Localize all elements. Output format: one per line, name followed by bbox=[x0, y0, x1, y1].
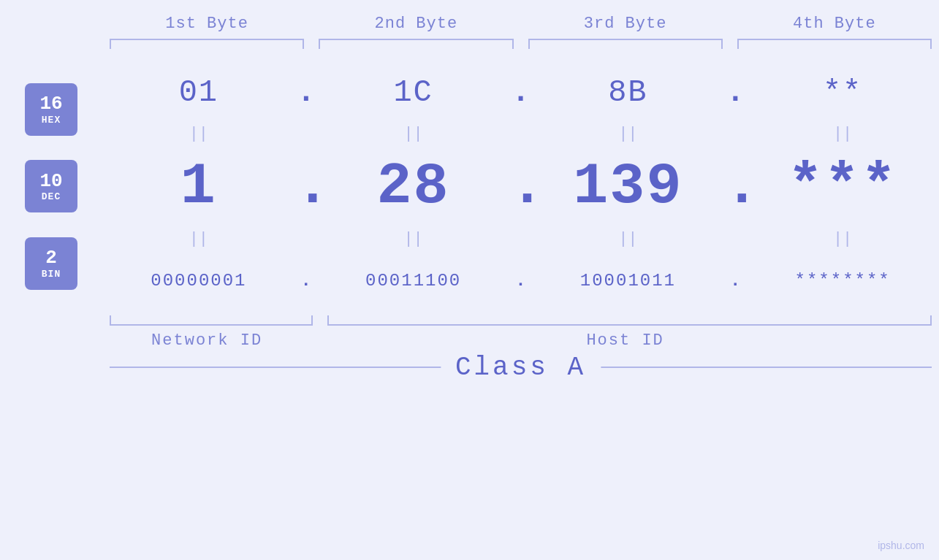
eq-5: || bbox=[102, 230, 295, 248]
byte-header-3: 3rd Byte bbox=[521, 15, 730, 33]
eq-6: || bbox=[317, 230, 510, 248]
class-label: Class A bbox=[441, 353, 601, 383]
dec-badge: 10 DEC bbox=[25, 160, 77, 212]
hex-badge-label: HEX bbox=[42, 115, 61, 126]
byte-headers-row: 1st Byte 2nd Byte 3rd Byte 4th Byte bbox=[0, 15, 939, 33]
eq-1: || bbox=[102, 125, 295, 143]
bin-row: 00000001 . 00011100 . 10001011 . *******… bbox=[102, 251, 939, 310]
bin-byte-4: ******** bbox=[746, 271, 939, 291]
bin-badge: 2 BIN bbox=[25, 237, 77, 290]
bracket-host bbox=[327, 315, 932, 326]
bracket-network bbox=[110, 315, 313, 326]
byte-header-1: 1st Byte bbox=[102, 15, 311, 33]
bin-byte-1: 00000001 bbox=[102, 271, 295, 291]
dec-row: 1 . 28 . 139 . *** bbox=[102, 146, 939, 227]
dec-dot-1: . bbox=[295, 153, 317, 220]
bin-dot-3: . bbox=[724, 271, 746, 291]
id-labels: Network ID Host ID bbox=[102, 331, 939, 350]
hex-byte-1: 01 bbox=[102, 75, 295, 110]
network-id-label: Network ID bbox=[102, 331, 311, 350]
dec-byte-4: *** bbox=[746, 153, 939, 220]
hex-dot-1: . bbox=[295, 75, 317, 110]
dec-badge-number: 10 bbox=[39, 171, 62, 192]
dec-badge-label: DEC bbox=[42, 191, 61, 202]
dec-dot-3: . bbox=[724, 153, 746, 220]
bracket-top-3 bbox=[528, 39, 723, 49]
eq-row-2: || || || || bbox=[102, 227, 939, 251]
hex-byte-4: ** bbox=[746, 75, 939, 110]
data-columns: 01 . 1C . 8B . ** || || || || 1 . bbox=[102, 64, 939, 310]
hex-byte-2: 1C bbox=[317, 75, 510, 110]
eq-3: || bbox=[532, 125, 725, 143]
hex-dot-3: . bbox=[724, 75, 746, 110]
eq-7: || bbox=[532, 230, 725, 248]
bin-byte-2: 00011100 bbox=[317, 271, 510, 291]
bin-dot-2: . bbox=[510, 271, 532, 291]
hex-row: 01 . 1C . 8B . ** bbox=[102, 64, 939, 122]
bracket-top-1 bbox=[110, 39, 304, 49]
bottom-brackets bbox=[102, 315, 939, 326]
eq-8: || bbox=[746, 230, 939, 248]
bottom-area: Network ID Host ID Class A bbox=[0, 315, 939, 374]
dec-byte-2: 28 bbox=[317, 153, 510, 220]
bin-dot-1: . bbox=[295, 271, 317, 291]
dec-byte-1: 1 bbox=[102, 153, 295, 220]
bracket-top-4 bbox=[737, 39, 932, 49]
dec-byte-3: 139 bbox=[532, 153, 725, 220]
hex-badge-number: 16 bbox=[39, 93, 62, 115]
top-brackets bbox=[0, 39, 939, 49]
class-row: Class A bbox=[102, 361, 939, 374]
hex-byte-3: 8B bbox=[532, 75, 725, 110]
eq-2: || bbox=[317, 125, 510, 143]
eq-row-1: || || || || bbox=[102, 122, 939, 146]
bin-byte-3: 10001011 bbox=[532, 271, 725, 291]
bin-badge-number: 2 bbox=[45, 248, 57, 269]
eq-4: || bbox=[746, 125, 939, 143]
bin-badge-label: BIN bbox=[42, 269, 61, 280]
main-container: 1st Byte 2nd Byte 3rd Byte 4th Byte 16 H… bbox=[0, 0, 939, 560]
watermark: ipshu.com bbox=[878, 540, 924, 551]
byte-header-2: 2nd Byte bbox=[311, 15, 520, 33]
hex-badge: 16 HEX bbox=[25, 83, 77, 136]
host-id-label: Host ID bbox=[311, 331, 939, 350]
dec-dot-2: . bbox=[510, 153, 532, 220]
byte-header-4: 4th Byte bbox=[730, 15, 939, 33]
content-area: 16 HEX 10 DEC 2 BIN 01 . 1C . 8B . ** bbox=[0, 64, 939, 310]
badges-column: 16 HEX 10 DEC 2 BIN bbox=[0, 64, 102, 310]
hex-dot-2: . bbox=[510, 75, 532, 110]
bracket-top-2 bbox=[319, 39, 513, 49]
